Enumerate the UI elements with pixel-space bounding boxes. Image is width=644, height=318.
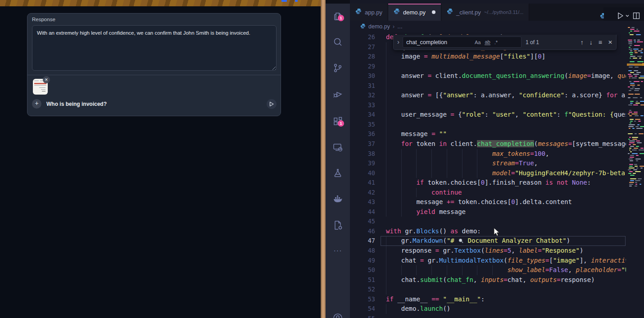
breadcrumb-more[interactable]: … — [397, 23, 403, 30]
minimap-line — [634, 41, 636, 42]
code-line: 36message = "" — [350, 129, 626, 139]
minimap-line — [634, 121, 636, 122]
browser-top-edge — [0, 0, 321, 6]
add-file-button[interactable]: + — [32, 99, 41, 109]
toggle-replace-chevron-icon[interactable]: › — [397, 38, 399, 45]
minimap-line — [639, 77, 644, 78]
code-line: 41if token.choices[0].finish_reason is n… — [350, 178, 626, 188]
breadcrumb-file[interactable]: demo.py — [368, 23, 390, 30]
code-line: 28image = multimodal_message["files"][0] — [350, 52, 626, 62]
tab-demo-py[interactable]: demo.py — [388, 4, 441, 21]
minimap-line — [628, 126, 634, 127]
minimap-line — [639, 153, 644, 154]
remove-image-button[interactable]: ✕ — [43, 76, 50, 83]
minimap-line — [630, 119, 634, 120]
search-icon[interactable] — [332, 36, 343, 47]
find-match-count: 1 of 1 — [526, 39, 539, 45]
minimap-line — [628, 114, 630, 114]
find-next-icon[interactable]: ↓ — [590, 39, 593, 46]
run-python-file-button[interactable] — [616, 11, 630, 20]
regex-toggle[interactable]: .* — [494, 40, 498, 45]
minimap-line — [630, 121, 633, 122]
send-button[interactable] — [267, 99, 277, 109]
minimap-line — [636, 34, 641, 35]
response-label: Response — [32, 17, 55, 22]
minimap-line — [630, 72, 634, 73]
line-number: 29 — [350, 62, 375, 72]
line-number: 54 — [350, 304, 375, 314]
account-icon[interactable] — [332, 313, 343, 318]
minimap-line — [641, 81, 643, 82]
minimap-line — [630, 178, 636, 179]
minimap-line — [638, 121, 640, 122]
file-settings-icon[interactable] — [332, 220, 343, 231]
line-number: 52 — [350, 285, 375, 295]
minimap-line — [637, 61, 644, 62]
match-case-toggle[interactable]: Aa — [475, 40, 481, 45]
whole-word-toggle[interactable]: ab — [485, 39, 490, 45]
code-editor[interactable]: 26def chat_fn(multimodal_message):27ques… — [350, 32, 626, 318]
test-beaker-icon[interactable] — [332, 168, 343, 178]
minimap-line — [628, 86, 630, 87]
minimap-line — [630, 56, 635, 57]
find-input[interactable] — [403, 39, 475, 46]
extensions-icon[interactable]: 1 — [332, 116, 343, 127]
remote-explorer-icon[interactable] — [332, 142, 343, 153]
minimap-line — [636, 72, 640, 73]
python-icon — [447, 8, 453, 16]
more-views-icon[interactable]: ··· — [332, 247, 343, 258]
minimap-line — [630, 50, 632, 51]
tab-label: _client.py — [456, 9, 481, 16]
source-control-icon[interactable] — [332, 63, 343, 73]
find-previous-icon[interactable]: ↑ — [581, 39, 584, 46]
minimap-line — [629, 159, 633, 159]
response-textarea[interactable]: With an extremely high level of confiden… — [32, 25, 277, 71]
modified-dot-icon[interactable] — [432, 10, 435, 14]
chat-input-text[interactable]: Who is being invoiced? — [46, 100, 107, 108]
minimap-line — [630, 45, 632, 46]
minimap-line — [629, 65, 634, 66]
line-number: 33 — [350, 100, 375, 110]
minimap-line — [639, 150, 644, 150]
close-find-icon[interactable]: ✕ — [608, 39, 612, 45]
code-line: 44yield message — [350, 207, 626, 217]
line-number: 31 — [350, 81, 375, 91]
explorer-badge: 1 — [338, 15, 344, 21]
code-line: 35 — [350, 120, 626, 130]
minimap-line — [639, 166, 644, 167]
line-number: 27 — [350, 42, 375, 52]
explorer-icon[interactable]: 1 — [332, 10, 343, 21]
tab-app-py[interactable]: app.py — [350, 4, 388, 21]
minimap-line — [628, 43, 632, 44]
minimap-line — [633, 49, 639, 50]
minimap-line — [629, 52, 633, 53]
minimap-line — [635, 103, 640, 104]
code-line: 46with gr.Blocks() as demo: — [350, 227, 626, 236]
minimap-line — [632, 153, 638, 154]
minimap-line — [629, 186, 632, 186]
minimap-line — [629, 124, 635, 125]
minimap-line — [630, 58, 631, 59]
code-line: 42continue — [350, 188, 626, 198]
line-number: 44 — [350, 207, 375, 217]
minimap-line — [632, 128, 635, 129]
minimap-line — [630, 160, 633, 161]
minimap-line — [634, 31, 639, 32]
minimap-line — [640, 104, 644, 105]
send-icon — [269, 100, 274, 108]
minimap-line — [635, 186, 637, 186]
minimap[interactable] — [627, 21, 644, 318]
minimap-line — [628, 27, 630, 28]
split-editor-button[interactable] — [632, 12, 640, 20]
docker-icon[interactable] — [332, 194, 343, 204]
line-number: 35 — [350, 120, 375, 130]
find-in-selection-icon[interactable]: ≡ — [599, 39, 602, 46]
minimap-line — [629, 144, 631, 145]
tab-client-py[interactable]: _client.py ~/.../python3.11/... — [441, 4, 529, 21]
minimap-line — [631, 114, 638, 114]
minimap-line — [630, 54, 633, 55]
code-line: 37for token in client.chat_completion(me… — [350, 139, 626, 149]
minimap-line — [640, 97, 642, 98]
run-debug-icon[interactable] — [332, 89, 343, 100]
breadcrumb[interactable]: demo.py › … — [350, 21, 644, 32]
